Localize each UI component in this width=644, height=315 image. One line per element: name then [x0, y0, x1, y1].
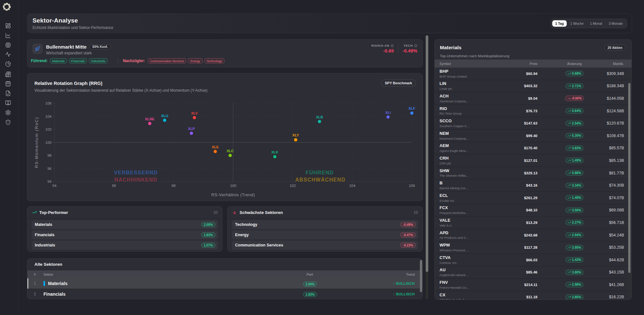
news-icon[interactable] — [5, 71, 11, 77]
stock-change-badge: 2.71% — [565, 83, 583, 89]
lagging-sector-badge[interactable]: Energy — [188, 58, 202, 63]
stock-price: $13.29 — [499, 221, 537, 225]
leading-sector-badge[interactable]: Materials — [50, 58, 67, 63]
pie-chart-icon[interactable] — [5, 61, 11, 67]
lagging-sector-badge[interactable]: Communication Services — [148, 58, 186, 63]
sidebar — [0, 0, 18, 315]
col-symbol: Symbol — [440, 62, 499, 66]
info-icon[interactable] — [414, 44, 417, 47]
stock-row[interactable]: SHWThe Sherwin-Willia...$329.130.88%$81.… — [435, 167, 631, 180]
stock-row[interactable]: NEMNewmont Corporat...$99.405.30%$108.47… — [435, 130, 631, 142]
sectors-scrollbar[interactable] — [420, 260, 422, 292]
main-scrollbar[interactable] — [426, 35, 428, 272]
signal-title: Bullenmarkt Mitte — [46, 44, 87, 50]
all-sectors-card: Alle Sektoren # Sektor Perf. Trend 1Mate… — [27, 258, 423, 299]
stock-row[interactable]: RIORio Tinto Group$76.730.64%$124.58B — [435, 105, 631, 117]
trend-down-icon — [567, 97, 571, 100]
trend-up-icon — [568, 146, 571, 150]
stock-row[interactable]: CRHCRH plc$127.011.49%$85.13B — [435, 154, 631, 167]
stock-row[interactable]: BHPBHP Group Limited$60.940.68%$309.34B — [435, 68, 631, 80]
security-icon[interactable] — [5, 119, 11, 125]
stock-row[interactable]: VALEVale S.A.$13.292.27%$56.71B — [435, 217, 631, 229]
stat-label: RISIKO-AN — [371, 44, 394, 47]
stocks-panel-subtitle: Top-Unternehmen nach Marktkapitalisierun… — [440, 54, 626, 58]
stock-change-cell: 3.56% — [555, 208, 594, 213]
stock-price: $60.94 — [499, 72, 537, 76]
dashboard-icon[interactable] — [5, 23, 11, 29]
stock-row[interactable]: APDAir Products and C...$243.682.94%$54.… — [435, 229, 631, 242]
svg-text:104: 104 — [45, 115, 52, 118]
svg-text:100: 100 — [230, 184, 236, 188]
stock-row[interactable]: AEMAgnico Eagle Mine...$170.403.83%$85.5… — [435, 142, 631, 155]
time-range-3[interactable]: 1 Monat — [587, 20, 605, 27]
trend-up-icon — [568, 221, 571, 224]
stock-row[interactable]: CXCEMEX, S.A.B. d...$11.182.85%$16.22B — [435, 291, 631, 300]
sector-row[interactable]: 2Financials1.83%↑BULLISCH — [27, 289, 422, 299]
stock-symbol-cell: ECLEcolab Inc. — [440, 193, 499, 202]
stock-row[interactable]: LINLinde plc$403.322.71%$188.34B — [435, 80, 631, 93]
stock-row[interactable]: WPMWheaton Precious ...$117.283.95%$53.2… — [435, 241, 631, 254]
perf-badge: 1.83% — [201, 232, 215, 237]
stock-row[interactable]: BBarrick Mining Cor...$43.163.34%$74.30B — [435, 179, 631, 192]
trend-up-icon — [568, 196, 571, 199]
stock-marketcap: $53.25B — [594, 245, 624, 250]
stock-marketcap: $69.08B — [594, 208, 624, 212]
benchmark-badge: SPY Benchmark — [381, 79, 416, 87]
stock-row[interactable]: ACHAluminum Corpora...$9.04-0.66%$144.05… — [435, 92, 631, 105]
stock-row[interactable]: ECLEcolab Inc.$261.291.49%$74.07B — [435, 192, 631, 204]
stock-change-cell: 2.94% — [555, 232, 594, 238]
sector-perf-row[interactable]: Industrials1.07% — [32, 241, 218, 250]
app-logo-icon[interactable] — [3, 3, 11, 11]
sector-rank: 1 — [34, 281, 43, 286]
sector-perf-row[interactable]: Materials2.00% — [32, 220, 218, 229]
stock-row[interactable]: FCXFreeport-McMoRa...$48.103.56%$69.08B — [435, 204, 631, 217]
stock-change-cell: 2.98% — [555, 282, 594, 287]
all-sectors-title: Alle Sektoren — [27, 259, 422, 270]
trend-up-icon — [568, 283, 571, 286]
stock-marketcap: $309.34B — [594, 71, 624, 76]
calendar-icon[interactable] — [5, 81, 11, 87]
sector-perf-row[interactable]: Energy-0.47% — [232, 230, 418, 239]
top-performers-title: Top-Performer — [39, 210, 68, 215]
info-icon[interactable] — [391, 44, 394, 47]
stock-price: $66.03 — [499, 258, 537, 262]
stock-symbol-cell: BBarrick Mining Cor... — [440, 181, 499, 190]
svg-text:94: 94 — [47, 180, 52, 183]
stock-row[interactable]: FNVFranco-Nevada Co...$214.112.98%$41.26… — [435, 279, 631, 291]
activity-icon[interactable] — [5, 51, 11, 57]
time-range-1[interactable]: 1 Tag — [552, 20, 567, 27]
sector-perf-row[interactable]: Technology-0.49% — [232, 220, 418, 229]
lagging-sector-badge[interactable]: Technology — [204, 58, 224, 63]
trend-up-icon — [568, 159, 571, 162]
sector-perf-row[interactable]: Financials1.83% — [32, 230, 218, 239]
sector-perf-row[interactable]: Communication Services-0.23% — [232, 241, 418, 250]
leading-sector-badge[interactable]: Financials — [69, 58, 87, 63]
stock-price: $127.01 — [499, 159, 537, 162]
report-icon[interactable] — [5, 90, 11, 96]
stock-row[interactable]: AUAngloGold Ashanti ...$85.463.80%$43.15… — [435, 266, 631, 279]
stock-row[interactable]: CTVACorteva, Inc.$66.031.43%$44.62B — [435, 254, 631, 266]
time-range-2[interactable]: 1 Woche — [567, 20, 586, 27]
stock-change-badge: 1.49% — [565, 158, 583, 163]
cpu-icon[interactable] — [5, 42, 11, 48]
stock-symbol-cell: BHPBHP Group Limited — [440, 69, 499, 78]
stock-symbol-cell: SCCOSouthern Copper C... — [440, 119, 499, 128]
rrg-title: Relative Rotation Graph (RRG) — [34, 81, 102, 86]
chart-icon[interactable] — [5, 32, 11, 38]
stock-change-cell: 2.71% — [555, 83, 594, 89]
sector-name: Materials — [43, 281, 291, 286]
col-marktk: Marktk. — [594, 62, 624, 66]
settings-icon[interactable] — [5, 110, 11, 116]
leading-sector-badge[interactable]: Industrials — [89, 58, 107, 63]
svg-text:XLRE: XLRE — [145, 117, 154, 121]
stock-change-badge: 0.68% — [565, 71, 583, 76]
stock-change-cell: 1.43% — [555, 257, 594, 263]
stock-change-cell: 2.54% — [555, 121, 594, 126]
panel-scrollbar[interactable] — [628, 83, 630, 273]
docs-icon[interactable] — [5, 100, 11, 106]
time-range-4[interactable]: 3 Monate — [606, 20, 626, 27]
stock-row[interactable]: SCCOSouthern Copper C...$147.632.54%$120… — [435, 117, 631, 130]
stock-change-cell: 3.34% — [555, 183, 594, 188]
sector-name: Communication Services — [235, 243, 283, 247]
sector-row[interactable]: 1Materials2.00%↑BULLISCH — [27, 278, 422, 289]
